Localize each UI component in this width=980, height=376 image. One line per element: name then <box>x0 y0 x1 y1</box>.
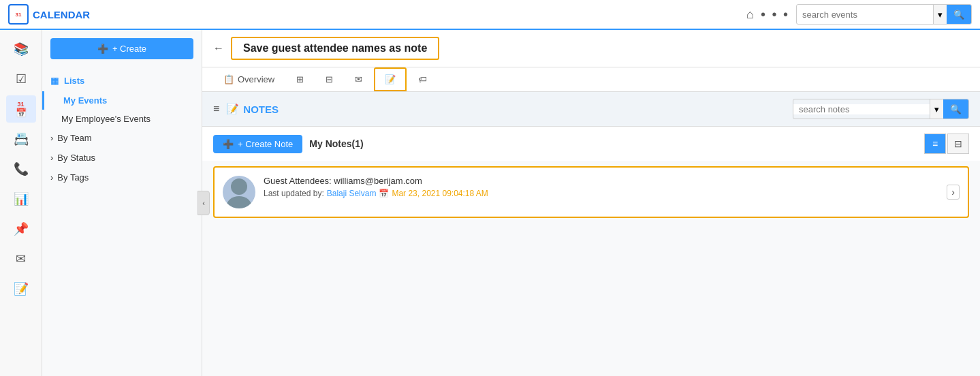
search-events-button[interactable]: 🔍 <box>947 5 971 24</box>
create-note-label: + Create Note <box>238 139 293 149</box>
chevron-right-icon-tags: › <box>50 172 53 183</box>
tab-tags[interactable]: 🏷 <box>408 68 437 91</box>
notes-tab-icon: 📝 <box>385 74 396 84</box>
search-notes-dropdown[interactable]: ▾ <box>930 99 943 119</box>
note-card: Guest Attendees: williams@berijam.com La… <box>213 166 969 218</box>
notes-list: Guest Attendees: williams@berijam.com La… <box>202 161 980 229</box>
tags-tab-icon: 🏷 <box>418 74 427 84</box>
tabs-bar: 📋 Overview ⊞ ⊟ ✉ 📝 🏷 <box>202 67 980 92</box>
notes-hamburger-icon[interactable]: ≡ <box>213 103 219 115</box>
search-events-bar: ▾ 🔍 <box>796 4 972 25</box>
tab-notes[interactable]: 📝 <box>374 67 407 91</box>
notes-grid-view-button[interactable]: ⊟ <box>947 134 969 154</box>
tab-email[interactable]: ✉ <box>345 68 373 91</box>
search-notes-bar: ▾ 🔍 <box>793 99 969 119</box>
tab-grid-view[interactable]: ⊟ <box>315 68 343 91</box>
sidebar: ➕ + Create ▦ Lists My Events My Employee… <box>42 30 202 376</box>
chevron-right-icon-status: › <box>50 153 53 163</box>
updated-prefix: Last updated by: <box>264 189 324 198</box>
search-notes-input[interactable] <box>793 104 930 114</box>
overview-label: Overview <box>238 74 274 84</box>
my-events-label: My Events <box>63 95 107 106</box>
create-plus-icon: ➕ <box>97 44 108 54</box>
event-title: Save guest attendee names as note <box>231 37 439 60</box>
notes-actions: ➕ + Create Note My Notes(1) ≡ ⊟ <box>202 127 980 161</box>
sidebar-item-by-team[interactable]: › By Team <box>42 128 202 148</box>
note-user-link[interactable]: Balaji Selvam <box>327 189 377 198</box>
tab-overview[interactable]: 📋 Overview <box>213 68 285 91</box>
lists-icon: ▦ <box>50 76 59 86</box>
my-notes-label: My Notes(1) <box>309 138 363 149</box>
notes-header: ≡ 📝 NOTES ▾ 🔍 <box>202 92 980 127</box>
notes-section-label: NOTES <box>243 104 279 115</box>
event-header: ← Save guest attendee names as note <box>202 30 980 67</box>
note-attendees-line: Guest Attendees: williams@berijam.com <box>264 176 960 186</box>
notes-section-icon: 📝 <box>226 103 239 115</box>
sidebar-item-tasks[interactable]: ☑ <box>6 65 36 93</box>
create-label: + Create <box>112 44 146 54</box>
sidebar-item-contacts[interactable]: 📇 <box>6 125 36 153</box>
sidebar-item-phone[interactable]: 📞 <box>6 155 36 183</box>
main-content: ← Save guest attendee names as note 📋 Ov… <box>202 30 980 376</box>
chevron-right-icon-team: › <box>50 133 53 143</box>
grid-view-icon: ⊟ <box>326 74 333 84</box>
sidebar-item-reports[interactable]: 📊 <box>6 185 36 213</box>
note-updated-line: Last updated by: Balaji Selvam 📅 Mar 23,… <box>264 189 960 198</box>
back-button[interactable]: ← <box>213 42 224 54</box>
create-button[interactable]: ➕ + Create <box>50 38 193 59</box>
search-events-input[interactable] <box>797 10 933 20</box>
sidebar-item-mail[interactable]: ✉ <box>6 245 36 272</box>
sidebar-section-lists: ▦ Lists My Events My Employee's Events ›… <box>42 70 202 187</box>
create-note-plus-icon: ➕ <box>223 139 234 149</box>
overview-icon: 📋 <box>223 74 234 84</box>
search-events-dropdown[interactable]: ▾ <box>933 5 947 24</box>
svg-point-1 <box>227 196 251 208</box>
note-content: Guest Attendees: williams@berijam.com La… <box>264 176 960 198</box>
calendar-logo-icon: 31 <box>8 4 29 25</box>
app-title: CALENDAR <box>33 9 90 20</box>
icon-bar: 📚 ☑ 31 📅 📇 📞 📊 📌 ✉ 📝 <box>0 30 42 376</box>
note-arrow-button[interactable]: › <box>947 185 960 200</box>
sidebar-item-by-status[interactable]: › By Status <box>42 148 202 168</box>
notes-view-buttons: ≡ ⊟ <box>924 134 969 154</box>
my-employees-events-label: My Employee's Events <box>61 114 151 124</box>
note-calendar-icon: 📅 <box>379 189 389 198</box>
top-bar: 31 CALENDAR ⌂ • • • ▾ 🔍 <box>0 0 980 30</box>
notes-actions-left: ➕ + Create Note My Notes(1) <box>213 135 364 153</box>
notes-title-group: ≡ 📝 NOTES <box>213 103 279 115</box>
more-options-icon[interactable]: • • • <box>761 7 789 22</box>
sidebar-item-calendar[interactable]: 31 📅 <box>6 95 36 123</box>
sidebar-item-my-employees-events[interactable]: My Employee's Events <box>42 110 202 128</box>
notes-section-title: 📝 NOTES <box>226 103 279 115</box>
avatar-icon <box>225 176 253 208</box>
note-date[interactable]: Mar 23, 2021 09:04:18 AM <box>392 189 488 198</box>
by-status-label: By Status <box>57 153 95 163</box>
search-notes-button[interactable]: 🔍 <box>943 99 968 119</box>
sidebar-item-pin[interactable]: 📌 <box>6 215 36 242</box>
sidebar-item-my-events[interactable]: My Events <box>42 91 202 110</box>
notes-list-view-button[interactable]: ≡ <box>924 134 946 154</box>
sidebar-lists-header[interactable]: ▦ Lists <box>42 70 202 91</box>
email-tab-icon: ✉ <box>355 74 362 84</box>
main-layout: 📚 ☑ 31 📅 📇 📞 📊 📌 ✉ 📝 ➕ + Create ▦ Lists … <box>0 30 980 376</box>
home-icon[interactable]: ⌂ <box>746 7 754 22</box>
svg-point-0 <box>231 178 247 195</box>
sidebar-item-books[interactable]: 📚 <box>6 35 36 63</box>
sidebar-item-by-tags[interactable]: › By Tags <box>42 168 202 187</box>
sidebar-collapse-button[interactable]: ‹ <box>197 191 210 215</box>
list-view-icon: ⊞ <box>296 74 304 84</box>
create-note-button[interactable]: ➕ + Create Note <box>213 135 302 153</box>
sidebar-item-notes[interactable]: 📝 <box>6 275 36 302</box>
lists-label: Lists <box>64 76 84 86</box>
by-tags-label: By Tags <box>57 172 89 183</box>
note-avatar <box>223 176 255 208</box>
notes-area: ≡ 📝 NOTES ▾ 🔍 ➕ + Create Not <box>202 92 980 376</box>
tab-list-view[interactable]: ⊞ <box>286 68 314 91</box>
by-team-label: By Team <box>57 133 91 143</box>
app-logo: 31 CALENDAR <box>8 4 90 25</box>
